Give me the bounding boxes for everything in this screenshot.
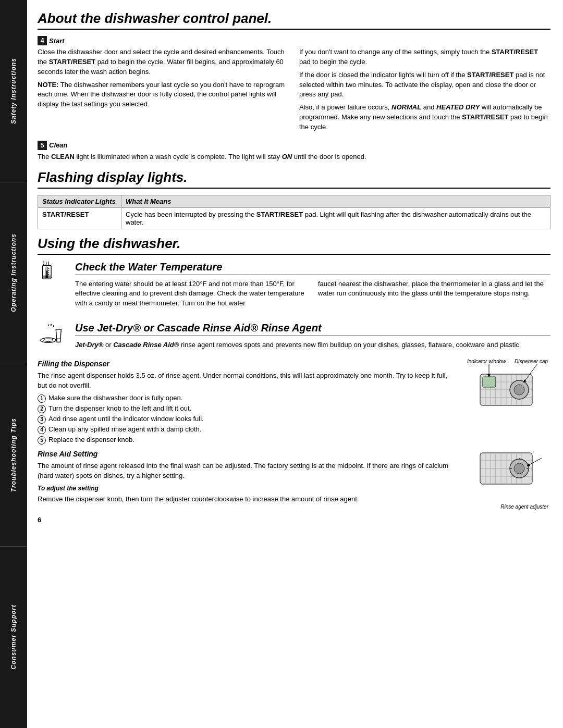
- section3: Using the dishwasher.: [38, 236, 550, 508]
- thermometer-icon: [38, 261, 66, 290]
- table-col2-header: What It Means: [121, 195, 550, 207]
- main-content: About the dishwasher control panel. 4 St…: [27, 0, 563, 728]
- sidebar-label-troubleshooting: Troubleshooting Tips: [10, 418, 17, 492]
- jetdry-row: Use Jet-Dry® or Cascade Rinse Aid® Rinse…: [38, 322, 550, 353]
- dishes-icon: [38, 322, 66, 351]
- filling-step-3: 3 Add rinse agent until the indicator wi…: [38, 415, 457, 424]
- sidebar-label-safety: Safety Instructions: [10, 58, 17, 124]
- filling-section: Filling the Dispenser The rinse agent di…: [38, 359, 550, 508]
- sidebar-section-consumer: Consumer Support: [0, 547, 27, 729]
- jetdry-content: Use Jet-Dry® or Cascade Rinse Aid® Rinse…: [75, 322, 550, 353]
- section1-title: About the dishwasher control panel.: [38, 10, 550, 30]
- section3-title: Using the dishwasher.: [38, 236, 550, 255]
- adjust-heading: To adjust the setting: [38, 484, 457, 493]
- rinse-svg: [464, 440, 550, 508]
- filling-step-5: 5 Replace the dispenser knob.: [38, 436, 457, 445]
- dispenser-cap-label: Dispenser cap: [515, 359, 548, 364]
- water-temp-title: Check the Water Temperature: [75, 261, 550, 275]
- water-temp-left-p: The entering water should be at least 12…: [75, 279, 308, 309]
- step5-number: 5: [38, 141, 47, 150]
- step4-header: 4 Start: [38, 36, 550, 45]
- filling-step-5-text: Replace the dispenser knob.: [48, 436, 134, 443]
- dispenser-diagram: Indicator window Dispenser cap: [464, 359, 550, 431]
- indicator-window-label: Indicator window: [467, 359, 506, 364]
- water-temp-row: Check the Water Temperature The entering…: [38, 261, 550, 317]
- filling-step-2-text: Turn the dispenser knob to the left and …: [48, 404, 191, 412]
- table-cell-meaning: Cycle has been interrupted by pressing t…: [121, 207, 550, 229]
- step4-left-p2: NOTE: The dishwasher remembers your last…: [38, 80, 289, 110]
- sidebar: Safety Instructions Operating Instructio…: [0, 0, 27, 728]
- step4-right: If you don't want to change any of the s…: [299, 47, 550, 135]
- svg-point-42: [514, 463, 524, 474]
- rinse-diagram: Rinse agent adjuster: [464, 440, 550, 508]
- sidebar-label-consumer: Consumer Support: [10, 604, 17, 670]
- step4-right-p2: If the door is closed the indicator ligh…: [299, 70, 550, 100]
- sidebar-label-operating: Operating Instructions: [10, 233, 17, 312]
- indicator-table: Status Indicator Lights What It Means ST…: [38, 195, 550, 229]
- jetdry-icon: [38, 322, 69, 352]
- filling-text: The rinse agent dispenser holds 3.5 oz. …: [38, 371, 457, 391]
- water-temp-right-p: faucet nearest the dishwasher, place the…: [318, 279, 550, 299]
- step4-right-p1: If you don't want to change any of the s…: [299, 47, 550, 67]
- step4-number: 4: [38, 36, 47, 45]
- water-temp-left: The entering water should be at least 12…: [75, 279, 308, 312]
- filling-step-1-text: Make sure the dishwasher door is fully o…: [48, 394, 182, 402]
- jetdry-intro: Jet-Dry® or Cascade Rinse Aid® rinse age…: [75, 340, 550, 350]
- sidebar-section-safety: Safety Instructions: [0, 0, 27, 182]
- dispenser-svg: [464, 359, 550, 431]
- section2-title: Flashing display lights.: [38, 169, 550, 189]
- filling-steps-list: 1 Make sure the dishwasher door is fully…: [38, 394, 457, 445]
- adjust-text: Remove the dispenser knob, then turn the…: [38, 495, 457, 504]
- svg-point-10: [43, 339, 53, 342]
- svg-point-26: [514, 385, 524, 395]
- filling-heading: Filling the Dispenser: [38, 359, 457, 369]
- page-number: 6: [38, 516, 550, 524]
- water-temp-text: The entering water should be at least 12…: [75, 279, 550, 312]
- rinse-aid-heading: Rinse Aid Setting: [38, 449, 457, 459]
- svg-rect-4: [46, 270, 47, 277]
- table-col1-header: Status Indicator Lights: [38, 195, 121, 207]
- step4-label: Start: [49, 37, 65, 45]
- filling-step-4: 4 Clean up any spilled rinse agent with …: [38, 425, 457, 434]
- sidebar-section-operating: Operating Instructions: [0, 182, 27, 365]
- step5-text: The CLEAN light is illuminated when a wa…: [38, 152, 550, 162]
- jetdry-title: Use Jet-Dry® or Cascade Rinse Aid® Rinse…: [75, 322, 550, 336]
- step5-label: Clean: [49, 141, 67, 149]
- svg-rect-24: [483, 377, 496, 387]
- filling-step-1: 1 Make sure the dishwasher door is fully…: [38, 394, 457, 403]
- water-temp-right: faucet nearest the dishwasher, place the…: [318, 279, 550, 312]
- filling-step-3-text: Add rinse agent until the indicator wind…: [48, 415, 204, 423]
- step5-header: 5 Clean: [38, 141, 550, 150]
- step4-left: Close the dishwasher door and select the…: [38, 47, 289, 135]
- filling-text-area: Filling the Dispenser The rinse agent di…: [38, 359, 457, 508]
- rinse-aid-text: The amount of rinse agent released into …: [38, 461, 457, 481]
- table-row: START/RESET Cycle has been interrupted b…: [38, 207, 550, 229]
- step4-left-p1: Close the dishwasher door and select the…: [38, 47, 289, 77]
- step4-right-p3: Also, if a power failure occurs, NORMAL …: [299, 103, 550, 132]
- water-temp-content: Check the Water Temperature The entering…: [75, 261, 550, 317]
- filling-step-2: 2 Turn the dispenser knob to the left an…: [38, 404, 457, 413]
- sidebar-section-troubleshooting: Troubleshooting Tips: [0, 364, 27, 547]
- table-cell-indicator: START/RESET: [38, 207, 121, 229]
- water-temp-icon: [38, 261, 69, 291]
- step4-content: Close the dishwasher door and select the…: [38, 47, 550, 135]
- filling-step-4-text: Clean up any spilled rinse agent with a …: [48, 425, 201, 433]
- filling-images: Indicator window Dispenser cap: [462, 359, 550, 508]
